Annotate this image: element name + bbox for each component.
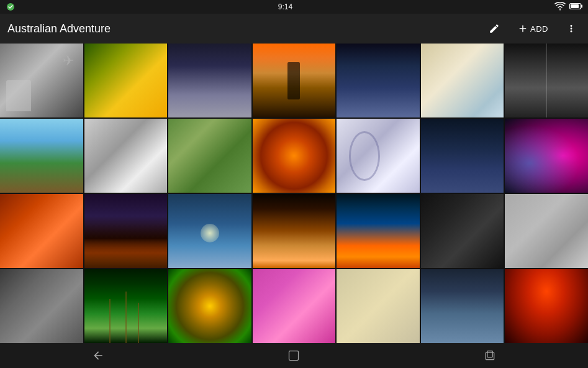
status-left — [5, 1, 16, 12]
more-options-button[interactable] — [562, 21, 581, 37]
photo-cell[interactable] — [253, 269, 336, 343]
recents-button[interactable] — [471, 344, 509, 367]
photo-cell[interactable] — [337, 194, 420, 268]
photo-cell[interactable] — [337, 269, 420, 343]
status-time: 9:14 — [278, 2, 292, 11]
photo-cell[interactable] — [253, 194, 336, 268]
back-button[interactable] — [79, 344, 117, 367]
photo-cell[interactable] — [84, 44, 168, 117]
photo-cell[interactable] — [84, 269, 168, 343]
photo-cell[interactable] — [253, 119, 336, 193]
svg-rect-4 — [289, 351, 299, 361]
photo-cell[interactable] — [0, 269, 83, 343]
photo-cell[interactable]: ✈ — [0, 44, 83, 117]
svg-rect-3 — [571, 4, 579, 8]
photo-cell[interactable] — [505, 194, 588, 268]
svg-rect-6 — [487, 351, 492, 357]
photo-grid: ✈ — [0, 44, 588, 343]
page-title: Australian Adventure — [7, 22, 485, 35]
app-icon — [5, 1, 16, 12]
photo-cell[interactable] — [505, 119, 588, 193]
status-right — [554, 2, 583, 12]
photo-cell[interactable] — [337, 119, 420, 193]
photo-cell[interactable] — [168, 194, 251, 268]
photo-cell[interactable] — [421, 269, 504, 343]
photo-cell[interactable] — [421, 119, 504, 193]
svg-rect-2 — [581, 4, 582, 7]
photo-cell[interactable] — [0, 119, 83, 193]
photo-cell[interactable] — [421, 44, 504, 117]
photo-cell[interactable] — [505, 269, 588, 343]
photo-cell[interactable] — [253, 44, 336, 117]
action-icons: ADD — [485, 21, 581, 37]
photo-cell[interactable] — [168, 269, 251, 343]
action-bar: Australian Adventure ADD — [0, 14, 588, 44]
photo-cell[interactable] — [505, 44, 588, 117]
nav-bar — [0, 343, 588, 368]
photo-cell[interactable] — [0, 194, 83, 268]
wifi-icon — [554, 2, 566, 12]
photo-cell[interactable] — [337, 44, 420, 117]
photo-cell[interactable] — [84, 194, 168, 268]
status-bar: 9:14 — [0, 0, 588, 14]
photo-cell[interactable] — [421, 194, 504, 268]
photo-cell[interactable] — [168, 44, 251, 117]
photo-cell[interactable] — [84, 119, 168, 193]
home-button[interactable] — [275, 344, 312, 367]
edit-button[interactable] — [485, 21, 504, 37]
battery-icon — [569, 2, 583, 12]
add-button[interactable]: ADD — [513, 21, 552, 37]
photo-cell[interactable] — [168, 119, 251, 193]
